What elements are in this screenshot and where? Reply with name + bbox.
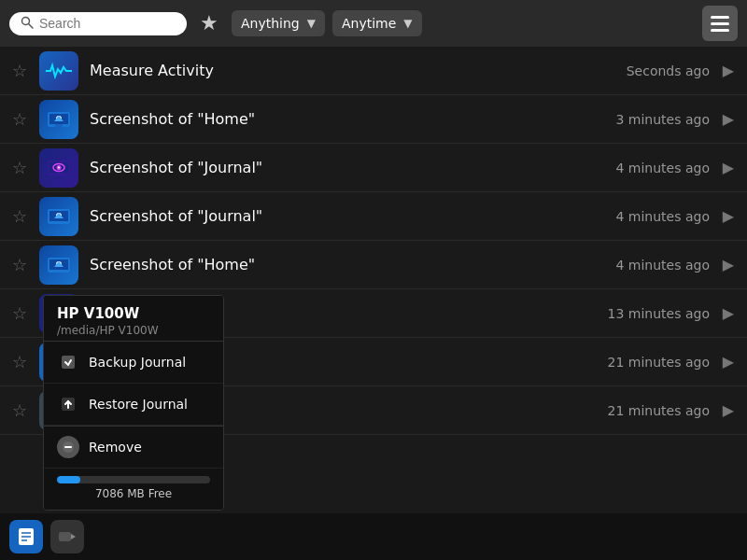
item-time-7: 21 minutes ago: [608, 355, 710, 370]
svg-point-11: [58, 166, 60, 168]
item-title-2: Screenshot of "Home": [90, 110, 615, 128]
item-title-1: Measure Activity: [90, 62, 627, 79]
item-title-5: Screenshot of "Home": [90, 256, 615, 273]
activity-icon: [39, 51, 78, 91]
list-item[interactable]: ☆ Screenshot of "Home" 4 minutes ago ▶: [0, 241, 747, 289]
screenshot-journal-icon-2: [39, 197, 78, 236]
remove-icon: [57, 436, 79, 458]
backup-journal-label: Backup Journal: [89, 355, 186, 370]
favorite-star-6[interactable]: ☆: [9, 303, 30, 323]
search-input[interactable]: [39, 16, 170, 31]
list-item[interactable]: ☆ Measure Activity Seconds ago ▶: [0, 47, 747, 95]
svg-rect-4: [55, 124, 63, 127]
item-time-6: 13 minutes ago: [608, 306, 710, 321]
menu-line-1: [711, 16, 729, 19]
restore-journal-button[interactable]: Restore Journal: [44, 384, 223, 426]
backup-journal-button[interactable]: Backup Journal: [44, 342, 223, 384]
favorite-star-1[interactable]: ☆: [9, 61, 30, 80]
favorites-star-button[interactable]: ★: [194, 9, 224, 37]
item-time-1: Seconds ago: [627, 63, 710, 78]
svg-line-1: [29, 23, 34, 28]
item-title-4: Screenshot of "Journal": [90, 207, 615, 225]
list-item[interactable]: ☆ Screenshot of "Journal" 4 minutes ago …: [0, 192, 747, 241]
screenshot-home-icon: [39, 100, 78, 139]
chevron-right-icon-2: ▶: [719, 110, 738, 128]
anything-chevron-icon: ▼: [307, 17, 316, 30]
anything-dropdown[interactable]: Anything ▼: [232, 10, 325, 36]
popup-device-name: HP V100W: [57, 305, 210, 322]
favorite-star-7[interactable]: ☆: [9, 352, 30, 371]
storage-bar-track: [57, 476, 210, 483]
item-time-5: 4 minutes ago: [615, 258, 710, 273]
journal-bottom-icon[interactable]: [9, 520, 43, 553]
chevron-right-icon-3: ▶: [719, 159, 738, 176]
screenshot-journal-icon-1: [39, 148, 78, 188]
favorite-star-3[interactable]: ☆: [9, 158, 30, 177]
favorite-star-8[interactable]: ☆: [9, 400, 30, 420]
svg-rect-35: [59, 532, 71, 541]
remove-device-button[interactable]: Remove: [44, 427, 223, 469]
restore-icon: [57, 393, 79, 415]
remove-label: Remove: [89, 440, 142, 455]
chevron-right-icon-5: ▶: [719, 256, 738, 273]
toolbar: ★ Anything ▼ Anytime ▼: [0, 0, 747, 47]
search-box: [9, 12, 187, 35]
menu-button[interactable]: [702, 6, 738, 41]
svg-marker-36: [71, 534, 76, 539]
storage-bar-fill: [57, 476, 80, 483]
anytime-chevron-icon: ▼: [403, 17, 412, 30]
video-bottom-icon[interactable]: [50, 520, 84, 553]
chevron-right-icon-1: ▶: [719, 62, 738, 79]
storage-info: 7086 MB Free: [44, 469, 223, 510]
svg-rect-26: [62, 356, 75, 369]
menu-line-3: [711, 29, 729, 32]
chevron-right-icon-8: ▶: [719, 401, 738, 419]
search-icon: [21, 16, 34, 32]
anytime-dropdown[interactable]: Anytime ▼: [332, 10, 422, 36]
menu-line-2: [711, 22, 729, 25]
item-title-3: Screenshot of "Journal": [90, 159, 615, 176]
favorite-star-5[interactable]: ☆: [9, 255, 30, 274]
chevron-right-icon-4: ▶: [719, 207, 738, 225]
screenshot-home-icon-2: [39, 245, 78, 285]
storage-free-label: 7086 MB Free: [57, 487, 210, 500]
list-item[interactable]: ☆ Screenshot of "Journal" 4 minutes ago …: [0, 144, 747, 192]
chevron-right-icon-6: ▶: [719, 304, 738, 322]
bottom-bar: [0, 513, 747, 560]
list-item[interactable]: ☆ Screenshot of "Home" 3 minutes ago ▶: [0, 95, 747, 144]
anytime-label: Anytime: [342, 16, 396, 31]
item-time-8: 21 minutes ago: [608, 403, 710, 418]
device-popup-menu: HP V100W /media/HP V100W Backup Journal …: [43, 295, 224, 511]
anything-label: Anything: [241, 16, 300, 31]
popup-device-path: /media/HP V100W: [57, 324, 210, 337]
chevron-right-icon-7: ▶: [719, 353, 738, 371]
popup-header: HP V100W /media/HP V100W: [44, 296, 223, 342]
item-time-3: 4 minutes ago: [615, 161, 710, 175]
item-time-4: 4 minutes ago: [615, 209, 710, 224]
favorite-star-2[interactable]: ☆: [9, 109, 30, 129]
item-time-2: 3 minutes ago: [615, 112, 710, 127]
restore-journal-label: Restore Journal: [89, 397, 188, 412]
favorite-star-4[interactable]: ☆: [9, 206, 30, 226]
backup-icon: [57, 351, 79, 373]
